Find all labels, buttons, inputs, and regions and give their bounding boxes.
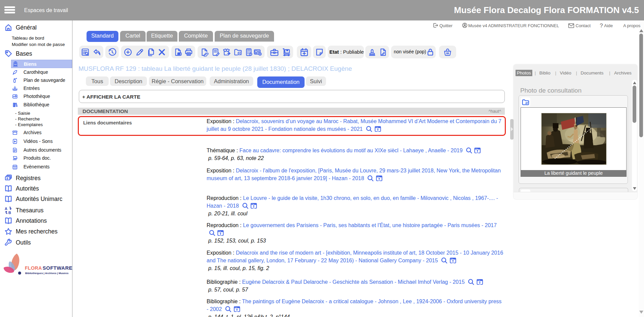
svg-text:A: A	[5, 207, 7, 211]
svg-text:SOFTWARE: SOFTWARE	[43, 265, 72, 271]
svg-text:FLORA: FLORA	[25, 265, 42, 271]
svg-text:Bibliothèques | Archives | Mus: Bibliothèques | Archives | Musées	[25, 272, 69, 275]
svg-text:B: B	[8, 211, 11, 214]
